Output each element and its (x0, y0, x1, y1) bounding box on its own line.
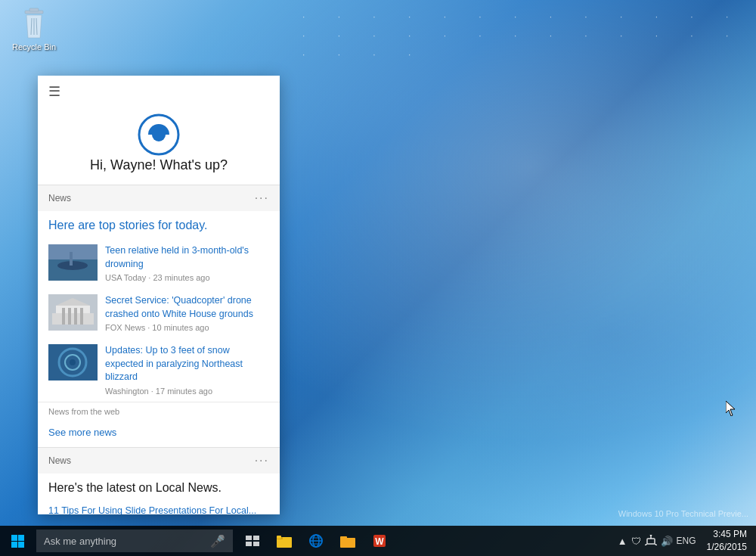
security-icon[interactable]: 🛡 (631, 536, 641, 547)
recycle-bin-icon (19, 8, 49, 41)
svg-rect-27 (253, 542, 259, 546)
language-label[interactable]: ENG (677, 536, 696, 546)
svg-line-44 (655, 544, 657, 545)
news-meta-2: FOX News · 10 minutes ago (105, 323, 269, 332)
news-meta-3: Washington · 17 minutes ago (105, 387, 269, 396)
news-meta-1: USA Today · 23 minutes ago (105, 273, 269, 282)
task-view-button[interactable] (237, 526, 268, 556)
svg-line-43 (645, 544, 647, 545)
news-title-1: Teen relative held in 3-month-old's drow… (105, 244, 269, 271)
local-news-label: News (48, 455, 71, 466)
volume-icon[interactable]: 🔊 (661, 536, 673, 547)
svg-rect-40 (647, 539, 655, 544)
windows-watermark: Windows 10 Pro Technical Previe... (618, 509, 748, 518)
news-content-2: Secret Service: 'Quadcopter' drone crash… (105, 294, 269, 332)
local-news-title: Here's the latest on Local News. (38, 474, 280, 501)
svg-rect-24 (246, 536, 252, 540)
local-news-item[interactable]: 11 Tips For Using Slide Presentations Fo… (38, 501, 280, 515)
svg-point-22 (70, 359, 76, 365)
tray-icons: ▲ 🛡 🔊 ENG (618, 535, 696, 548)
local-news-more-button[interactable]: ··· (255, 454, 269, 467)
taskbar-apps: W (237, 526, 395, 556)
recycle-bin[interactable]: Recycle Bin (11, 8, 57, 51)
top-stories-title: Here are top stories for today. (38, 211, 280, 238)
news-from-web: News from the web (38, 402, 280, 421)
svg-point-42 (649, 535, 652, 536)
microphone-icon[interactable]: 🎤 (210, 534, 225, 548)
cortana-search-bar[interactable]: 🎤 (36, 530, 233, 552)
news-section-2: News ··· Here's the latest on Local News… (38, 447, 280, 515)
svg-rect-16 (74, 308, 77, 325)
up-arrow-icon[interactable]: ▲ (618, 536, 627, 547)
cortana-panel: ☰ Hi, Wayne! What's up? News ··· (38, 76, 280, 514)
start-button[interactable] (0, 526, 35, 556)
file-explorer-button[interactable] (269, 526, 299, 556)
svg-rect-10 (70, 252, 73, 266)
folder-button[interactable] (333, 526, 363, 556)
news-thumbnail-2 (48, 294, 98, 331)
news-content-3: Updates: Up to 3 feet of snow expected i… (105, 344, 269, 396)
desktop: Recycle Bin ☰ Hi, Wayne! What's up? (0, 0, 756, 556)
svg-rect-13 (52, 313, 94, 325)
svg-rect-25 (253, 536, 259, 540)
svg-point-6 (152, 128, 166, 141)
windows-logo-icon (11, 535, 24, 548)
news-more-button[interactable]: ··· (255, 191, 269, 205)
cortana-greeting: Hi, Wayne! What's up? (90, 157, 228, 173)
news-item[interactable]: Updates: Up to 3 feet of snow expected i… (38, 338, 280, 402)
cortana-header: ☰ (38, 76, 280, 104)
news-section-header: News ··· (38, 185, 280, 211)
see-more-news-link[interactable]: See more news (38, 421, 280, 447)
system-clock[interactable]: 3:45 PM 1/26/2015 (701, 528, 753, 554)
search-input[interactable] (44, 536, 206, 547)
svg-rect-26 (246, 542, 252, 546)
local-news-section-header: News ··· (38, 448, 280, 474)
svg-rect-1 (29, 8, 39, 11)
recycle-bin-label: Recycle Bin (12, 42, 56, 51)
svg-rect-15 (68, 308, 71, 325)
news-thumbnail-1 (48, 244, 98, 281)
mouse-cursor (726, 401, 735, 415)
taskbar: 🎤 (0, 526, 756, 556)
svg-text:W: W (375, 536, 384, 547)
news-section-1: News ··· Here are top stories for today. (38, 185, 280, 447)
svg-rect-14 (62, 308, 65, 325)
news-item[interactable]: Teen relative held in 3-month-old's drow… (38, 238, 280, 288)
internet-explorer-button[interactable] (301, 526, 331, 556)
system-tray: ▲ 🛡 🔊 ENG 3:45 PM 1/26/2015 (618, 528, 756, 554)
news-content-1: Teen relative held in 3-month-old's drow… (105, 244, 269, 282)
svg-rect-37 (340, 536, 347, 539)
network-icon[interactable] (645, 535, 657, 548)
svg-rect-17 (80, 308, 83, 325)
svg-marker-23 (726, 401, 735, 416)
news-thumbnail-3 (48, 344, 98, 381)
svg-rect-30 (277, 536, 281, 539)
news-item[interactable]: Secret Service: 'Quadcopter' drone crash… (38, 288, 280, 338)
cortana-logo (136, 112, 181, 157)
office-button[interactable]: W (364, 526, 395, 556)
news-title-3: Updates: Up to 3 feet of snow expected i… (105, 344, 269, 384)
news-label: News (48, 193, 71, 203)
hamburger-menu[interactable]: ☰ (48, 85, 269, 98)
news-title-2: Secret Service: 'Quadcopter' drone crash… (105, 294, 269, 321)
cortana-logo-area: Hi, Wayne! What's up? (38, 104, 280, 185)
